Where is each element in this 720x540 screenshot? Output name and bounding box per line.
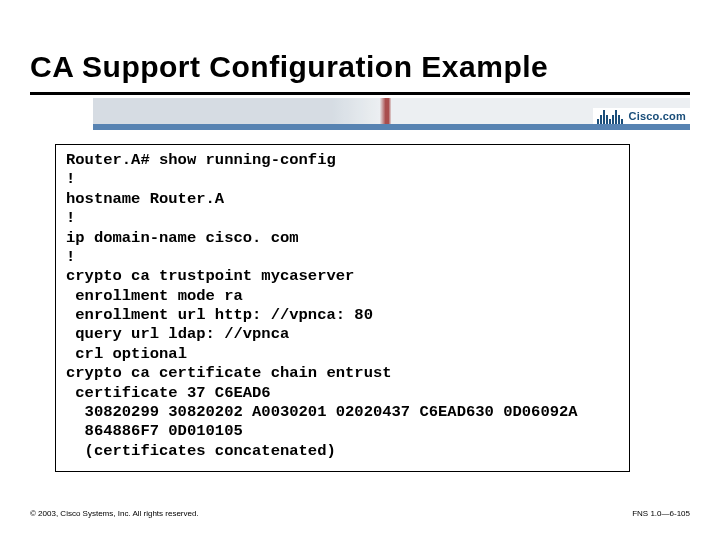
footer-copyright: © 2003, Cisco Systems, Inc. All rights r…	[30, 509, 199, 518]
cisco-bars-icon	[597, 108, 623, 124]
page-title: CA Support Configuration Example	[30, 50, 548, 84]
logo-text: Cisco.com	[629, 110, 686, 122]
footer-slide-number: FNS 1.0—6-105	[632, 509, 690, 518]
cisco-logo: Cisco.com	[593, 108, 690, 124]
config-code-block: Router.A# show running-config ! hostname…	[55, 144, 630, 472]
slide: CA Support Configuration Example Cisco.c…	[0, 0, 720, 540]
title-underline	[30, 92, 690, 95]
